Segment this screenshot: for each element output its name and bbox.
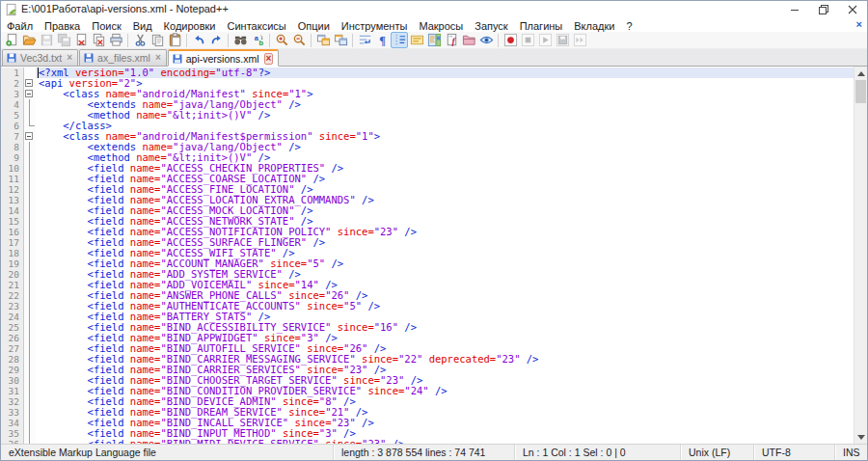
menu-item-правка[interactable]: Правка (39, 20, 86, 32)
open-file-icon[interactable] (20, 32, 38, 48)
macro-record-icon[interactable] (502, 32, 519, 48)
fold-margin (24, 354, 36, 365)
fold-margin (24, 386, 36, 396)
scroll-down-arrow-icon[interactable] (854, 430, 867, 444)
menu-item-кодировки[interactable]: Кодировки (158, 20, 222, 32)
toolbar-separator (228, 34, 229, 47)
scroll-up-arrow-icon[interactable] (854, 67, 867, 80)
word-wrap-icon[interactable] (356, 32, 373, 48)
redo-icon[interactable] (207, 32, 225, 48)
fold-collapse-icon[interactable] (24, 78, 36, 89)
menu-item-плагины[interactable]: Плагины (514, 20, 569, 32)
document-map-icon[interactable] (425, 32, 443, 48)
zoom-out-icon[interactable] (290, 32, 308, 48)
menu-item-опции[interactable]: Опции (292, 20, 336, 32)
menu-item-?[interactable]: ? (620, 20, 637, 32)
print-icon[interactable] (107, 32, 124, 48)
scrollbar-thumb[interactable] (855, 80, 866, 103)
line-number: 26 (1, 333, 24, 343)
undo-icon[interactable] (190, 32, 207, 48)
close-all-icon[interactable] (90, 32, 107, 48)
find-icon[interactable] (231, 32, 249, 48)
saved-file-icon (6, 52, 17, 64)
menu-item-макросы[interactable]: Макросы (413, 20, 469, 32)
menu-item-запуск[interactable]: Запуск (469, 20, 513, 32)
new-file-icon[interactable] (3, 32, 20, 48)
tab-label: ax_files.xml (97, 52, 150, 64)
tab-close-icon[interactable]: × (155, 53, 161, 63)
tab-close-icon[interactable]: × (67, 53, 72, 63)
menu-item-вкладки[interactable]: Вкладки (568, 20, 620, 32)
code-text[interactable]: <?xml version="1.0" encoding="utf-8"?> (36, 68, 854, 78)
restore-button[interactable] (809, 1, 838, 17)
line-number: 8 (1, 142, 24, 152)
menu-item-вид[interactable]: Вид (127, 20, 158, 32)
macro-run-multiple-icon[interactable] (571, 32, 588, 48)
line-number: 15 (1, 216, 24, 227)
copy-icon[interactable] (149, 32, 166, 48)
line-number: 29 (1, 365, 24, 375)
folder-as-workspace-icon[interactable] (460, 32, 477, 48)
replace-icon[interactable]: ab (249, 32, 266, 48)
line-number: 34 (1, 418, 24, 428)
fold-margin (24, 280, 36, 290)
menu-item-файл[interactable]: Файл (1, 20, 39, 32)
close-button[interactable] (838, 1, 867, 17)
tab-close-icon[interactable]: × (264, 53, 274, 65)
fold-collapse-icon[interactable] (24, 89, 36, 99)
sync-horizontal-scrolling-icon[interactable] (332, 32, 349, 48)
menu-item-синтаксисы[interactable]: Синтаксисы (222, 20, 292, 32)
fold-margin (24, 333, 36, 343)
tab-ax_files.xml[interactable]: ax_files.xml× (79, 49, 167, 66)
fold-margin (24, 237, 36, 248)
line-number: 5 (1, 110, 24, 121)
line-number: 20 (1, 269, 24, 280)
minimize-button[interactable] (780, 1, 809, 17)
macro-stop-icon[interactable] (519, 32, 536, 48)
show-all-characters-icon[interactable]: ¶ (373, 32, 391, 48)
tab-api-versions.xml[interactable]: api-versions.xml× (168, 49, 280, 67)
fold-margin (24, 121, 36, 131)
notepadpp-app-icon (5, 3, 18, 16)
menu-bar: ФайлПравкаПоискВидКодировкиСинтаксисыОпц… (1, 17, 867, 32)
menu-item-инструменты[interactable]: Инструменты (336, 20, 414, 32)
sync-vertical-scrolling-icon[interactable] (314, 32, 332, 48)
toolbar-separator (127, 34, 128, 47)
line-number: 6 (1, 121, 24, 131)
close-document-icon[interactable]: × (856, 17, 862, 32)
macro-play-icon[interactable] (536, 32, 554, 48)
paste-icon[interactable] (166, 32, 183, 48)
fold-margin (24, 216, 36, 227)
save-icon[interactable] (38, 32, 55, 48)
code-text[interactable]: <field name="BIND_MIDI_DEVICE_SERVICE" s… (36, 439, 854, 444)
tab-label: api-versions.xml (186, 53, 259, 65)
fold-margin (24, 301, 36, 312)
line-number: 10 (1, 163, 24, 174)
close-icon[interactable] (72, 32, 90, 48)
line-number: 21 (1, 280, 24, 290)
scrollbar-track[interactable] (854, 80, 867, 430)
fold-margin (24, 365, 36, 375)
code-text[interactable]: <method name="&lt;init>()V" /> (36, 110, 854, 121)
tab-vec3d.txt[interactable]: Vec3d.txt× (2, 49, 78, 66)
fold-margin (24, 312, 36, 322)
show-indent-guide-icon[interactable] (391, 32, 408, 48)
macro-save-icon[interactable] (554, 32, 571, 48)
fold-collapse-icon[interactable] (24, 131, 36, 142)
toolbar: ab¶f (1, 32, 867, 49)
menu-item-поиск[interactable]: Поиск (86, 20, 126, 32)
monitoring-icon[interactable] (477, 32, 495, 48)
fold-margin (24, 184, 36, 195)
doc-switcher-icon[interactable] (408, 32, 425, 48)
toolbar-separator (269, 34, 270, 47)
saved-file-icon (172, 53, 183, 65)
line-number: 22 (1, 290, 24, 301)
zoom-in-icon[interactable] (273, 32, 290, 48)
line-number: 17 (1, 237, 24, 248)
line-number: 14 (1, 205, 24, 216)
save-all-icon[interactable] (55, 32, 72, 48)
text-area[interactable]: 1<?xml version="1.0" encoding="utf-8"?>2… (1, 67, 854, 444)
function-list-icon[interactable]: f (443, 32, 460, 48)
line-number: 1 (1, 68, 24, 78)
cut-icon[interactable] (131, 32, 149, 48)
